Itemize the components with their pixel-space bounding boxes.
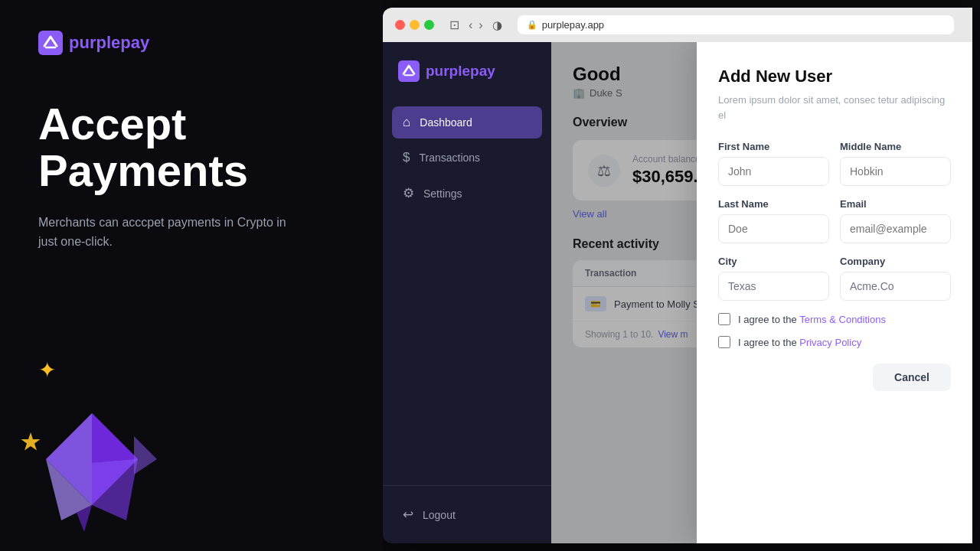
sidebar-item-dashboard[interactable]: ⌂ Dashboard [392, 106, 542, 139]
company-input[interactable] [840, 272, 951, 301]
terms-checkbox[interactable] [718, 313, 730, 325]
sidebar-logo: purplepay [383, 42, 551, 100]
browser-nav: ‹ › [469, 18, 483, 32]
app-sidebar: purplepay ⌂ Dashboard $ Transactions ⚙ S… [383, 42, 551, 543]
app-main: Good 🏢 Duke S Overview ⚖ Account balance… [551, 42, 972, 543]
logout-label: Logout [423, 509, 456, 521]
first-name-group: First Name [718, 141, 829, 186]
sidebar-item-transactions[interactable]: $ Transactions [392, 142, 542, 174]
privacy-checkbox[interactable] [718, 336, 730, 348]
left-logo: purplepay [38, 31, 345, 55]
privacy-link[interactable]: Privacy Policy [799, 337, 861, 348]
first-name-input[interactable] [718, 157, 829, 186]
modal-footer: Cancel [718, 364, 951, 391]
privacy-text: I agree to the Privacy Policy [738, 337, 861, 348]
close-button[interactable] [395, 20, 405, 30]
sidebar-logo-text: purplepay [426, 63, 495, 80]
traffic-lights [395, 20, 434, 30]
left-panel: purplepay Accept Payments Merchants can … [0, 0, 383, 551]
terms-link[interactable]: Terms & Conditions [799, 314, 886, 325]
minimize-button[interactable] [410, 20, 420, 30]
svg-rect-9 [398, 60, 420, 82]
middle-name-group: Middle Name [840, 141, 951, 186]
address-bar[interactable]: 🔒 purplepay.app [518, 15, 954, 34]
logout-button[interactable]: ↩ Logout [392, 498, 542, 531]
sidebar-dashboard-label: Dashboard [420, 116, 472, 129]
email-row: Last Name Email [718, 198, 951, 243]
city-group: City [718, 256, 829, 301]
terms-prefix: I agree to the [738, 314, 799, 325]
sidebar-transactions-label: Transactions [419, 152, 480, 164]
add-user-modal: Add New User Lorem ipsum dolor sit amet,… [697, 42, 972, 543]
modal-overlay: Add New User Lorem ipsum dolor sit amet,… [551, 42, 972, 543]
email-input[interactable] [840, 214, 951, 243]
svg-rect-0 [38, 31, 63, 55]
right-panel: ⊡ ‹ › ◑ 🔒 purplepay.app [383, 0, 980, 551]
company-group: Company [840, 256, 951, 301]
svg-marker-8 [21, 432, 41, 451]
middle-name-label: Middle Name [840, 141, 951, 152]
email-group: Email [840, 198, 951, 243]
back-button[interactable]: ‹ [469, 18, 472, 32]
sidebar-settings-label: Settings [423, 187, 462, 200]
settings-icon: ⚙ [403, 185, 414, 201]
city-company-row: City Company [718, 256, 951, 301]
privacy-prefix: I agree to the [738, 337, 799, 348]
email-label: Email [840, 198, 951, 210]
company-label: Company [840, 256, 951, 267]
left-logo-text: purplepay [69, 33, 149, 53]
home-icon: ⌂ [403, 115, 410, 130]
cancel-button[interactable]: Cancel [873, 364, 951, 391]
star-decoration: ✦ [38, 357, 56, 383]
url-text: purplepay.app [542, 19, 604, 31]
last-name-label: Last Name [718, 198, 829, 210]
terms-checkbox-row: I agree to the Terms & Conditions [718, 313, 951, 325]
eth-illustration [15, 398, 168, 551]
last-name-input[interactable] [718, 214, 829, 243]
sidebar-logo-icon [398, 60, 420, 82]
lock-icon: 🔒 [527, 20, 537, 30]
browser-window: ⊡ ‹ › ◑ 🔒 purplepay.app [383, 8, 972, 543]
modal-title: Add New User [718, 67, 951, 86]
sidebar-item-settings[interactable]: ⚙ Settings [392, 177, 542, 210]
last-name-group: Last Name [718, 198, 829, 243]
privacy-checkbox-row: I agree to the Privacy Policy [718, 336, 951, 348]
browser-content: purplepay ⌂ Dashboard $ Transactions ⚙ S… [383, 42, 972, 543]
name-row: First Name Middle Name [718, 141, 951, 186]
maximize-button[interactable] [424, 20, 434, 30]
forward-button[interactable]: › [479, 18, 482, 32]
hero-title: Accept Payments [38, 101, 345, 194]
modal-subtitle: Lorem ipsum dolor sit amet, consec tetur… [718, 93, 951, 122]
transactions-icon: $ [403, 150, 410, 165]
browser-chrome: ⊡ ‹ › ◑ 🔒 purplepay.app [383, 8, 972, 42]
sidebar-footer: ↩ Logout [383, 485, 551, 543]
svg-marker-2 [92, 413, 138, 463]
city-input[interactable] [718, 272, 829, 301]
sidebar-nav: ⌂ Dashboard $ Transactions ⚙ Settings [383, 100, 551, 485]
svg-marker-6 [134, 436, 157, 474]
terms-text: I agree to the Terms & Conditions [738, 314, 886, 325]
first-name-label: First Name [718, 141, 829, 152]
sidebar-toggle-icon[interactable]: ⊡ [449, 18, 459, 32]
city-label: City [718, 256, 829, 267]
left-logo-icon [38, 31, 63, 55]
middle-name-input[interactable] [840, 157, 951, 186]
theme-icon[interactable]: ◑ [492, 18, 502, 32]
hero-subtitle: Merchants can acccpet payments in Crypto… [38, 213, 299, 252]
logout-icon: ↩ [403, 507, 413, 523]
